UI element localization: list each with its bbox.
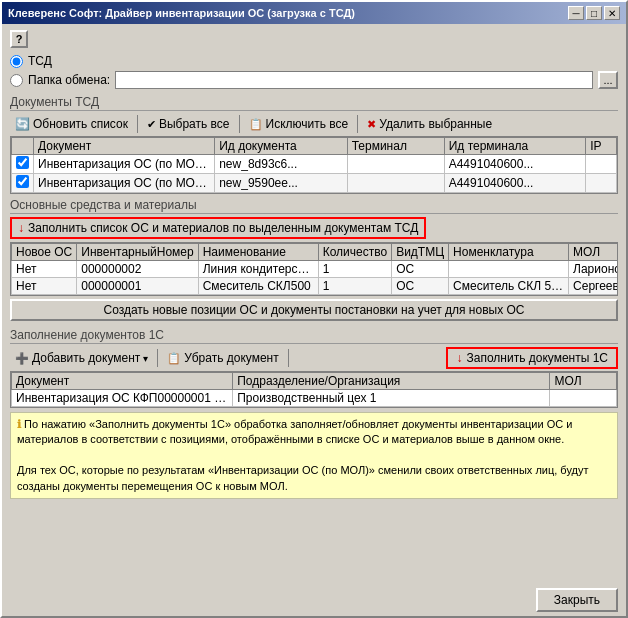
add-doc-label: Добавить документ — [32, 351, 140, 365]
title-buttons: ─ □ ✕ — [568, 6, 620, 20]
row-dept: Производственный цех 1 — [233, 390, 550, 407]
remove-doc-icon: 📋 — [167, 352, 181, 365]
row-id-doc: new_9590ee... — [215, 174, 347, 193]
help-button[interactable]: ? — [10, 30, 28, 48]
row-checkbox[interactable] — [12, 155, 34, 174]
row-nomenclature: Смеситель СКЛ 500 — [449, 278, 569, 295]
os-table: Новое ОС ИнвентарныйНомер Наименование К… — [11, 243, 618, 295]
info-box: ℹ По нажатию «Заполнить документы 1С» об… — [10, 412, 618, 499]
delete-selected-button[interactable]: ✖ Удалить выбранные — [362, 114, 497, 134]
row-nomenclature — [449, 261, 569, 278]
fill-list-icon: ↓ — [18, 221, 24, 235]
row-mol: Ларионова Св — [569, 261, 618, 278]
browse-button[interactable]: ... — [598, 71, 618, 89]
os-section-header: Основные средства и материалы — [10, 198, 618, 214]
tsd-table-row[interactable]: Инвентаризация ОС (по МОЛ) 01/06/05 00:1… — [12, 155, 617, 174]
close-main-button[interactable]: Закрыть — [536, 588, 618, 612]
col-nomenclature: Номенклатура — [449, 244, 569, 261]
add-doc-icon: ➕ — [15, 352, 29, 365]
row-checkbox[interactable] — [12, 174, 34, 193]
col-mol: МОЛ — [569, 244, 618, 261]
info-text: По нажатию «Заполнить документы 1С» обра… — [17, 418, 589, 492]
row-name: Смеситель СКЛ500 — [198, 278, 318, 295]
row-new-os: Нет — [12, 261, 77, 278]
tsd-table-container: Документ Ид документа Терминал Ид термин… — [10, 136, 618, 194]
content-area: ? ТСД Папка обмена: ... Документы ТСД 🔄 … — [2, 24, 626, 584]
select-all-label: Выбрать все — [159, 117, 230, 131]
col-inv-num: ИнвентарныйНомер — [77, 244, 198, 261]
row-type: ОС — [392, 261, 449, 278]
col-new-os: Новое ОС — [12, 244, 77, 261]
col-id-doc: Ид документа — [215, 138, 347, 155]
row-id-terminal: A4491040600... — [444, 155, 586, 174]
col-ip: IP — [586, 138, 617, 155]
docs1c-section: Заполнение документов 1С ➕ Добавить доку… — [10, 328, 618, 408]
minimize-button[interactable]: ─ — [568, 6, 584, 20]
tsd-section-header: Документы ТСД — [10, 95, 618, 111]
fill-os-list-button[interactable]: ↓ Заполнить список ОС и материалов по вы… — [10, 217, 426, 239]
row-document: Инвентаризация ОС (по МОЛ) 01/06/05 00:1… — [34, 174, 215, 193]
row-new-os: Нет — [12, 278, 77, 295]
col-check — [12, 138, 34, 155]
os-section: Основные средства и материалы ↓ Заполнит… — [10, 198, 618, 324]
row-id-doc: new_8d93c6... — [215, 155, 347, 174]
remove-doc-button[interactable]: 📋 Убрать документ — [162, 348, 283, 368]
row-terminal — [347, 155, 444, 174]
col-id-terminal: Ид терминала — [444, 138, 586, 155]
sep1 — [137, 115, 138, 133]
row-type: ОС — [392, 278, 449, 295]
delete-icon: ✖ — [367, 118, 376, 131]
row-mol1c — [550, 390, 617, 407]
folder-radio[interactable] — [10, 74, 23, 87]
docs1c-table: Документ Подразделение/Организация МОЛ И… — [11, 372, 617, 407]
docs1c-table-row[interactable]: Инвентаризация ОС КФП00000001 от 24.03.2… — [12, 390, 617, 407]
fill-docs-label: Заполнить документы 1С — [466, 351, 608, 365]
tsd-table: Документ Ид документа Терминал Ид термин… — [11, 137, 617, 193]
docs1c-section-header: Заполнение документов 1С — [10, 328, 618, 344]
source-radio-group: ТСД Папка обмена: ... — [10, 54, 618, 89]
maximize-button[interactable]: □ — [586, 6, 602, 20]
select-all-button[interactable]: ✔ Выбрать все — [142, 114, 235, 134]
col-type: ВидТМЦ — [392, 244, 449, 261]
main-window: Клеверенс Софт: Драйвер инвентаризации О… — [0, 0, 628, 618]
fill-docs-icon: ↓ — [456, 351, 462, 365]
row-doc1c: Инвентаризация ОС КФП00000001 от 24.03.2… — [12, 390, 233, 407]
fill-os-list-label: Заполнить список ОС и материалов по выде… — [28, 221, 418, 235]
sep2 — [239, 115, 240, 133]
add-doc-arrow: ▾ — [143, 353, 148, 364]
os-table-row[interactable]: Нет 000000002 Линия кондитерская 1 ОС Ла… — [12, 261, 619, 278]
create-new-os-button[interactable]: Создать новые позиции ОС и документы пос… — [10, 299, 618, 321]
refresh-icon: 🔄 — [15, 117, 30, 131]
add-doc-button[interactable]: ➕ Добавить документ ▾ — [10, 348, 153, 368]
tsd-table-row[interactable]: Инвентаризация ОС (по МОЛ) 01/06/05 00:1… — [12, 174, 617, 193]
row-inv-num: 000000001 — [77, 278, 198, 295]
deselect-all-label: Исключить все — [266, 117, 349, 131]
folder-radio-row: Папка обмена: ... — [10, 71, 618, 89]
fill-docs-button[interactable]: ↓ Заполнить документы 1С — [446, 347, 618, 369]
row-document: Инвентаризация ОС (по МОЛ) 01/06/05 00:1… — [34, 155, 215, 174]
tsd-radio[interactable] — [10, 55, 23, 68]
row-name: Линия кондитерская — [198, 261, 318, 278]
folder-path-input[interactable] — [115, 71, 593, 89]
row-ip — [586, 174, 617, 193]
row-qty: 1 — [318, 278, 391, 295]
window-title: Клеверенс Софт: Драйвер инвентаризации О… — [8, 7, 355, 19]
tsd-radio-label: ТСД — [28, 54, 52, 68]
col-doc: Документ — [34, 138, 215, 155]
col-dept: Подразделение/Организация — [233, 373, 550, 390]
sep4 — [157, 349, 158, 367]
tsd-toolbar: 🔄 Обновить список ✔ Выбрать все 📋 Исключ… — [10, 114, 618, 134]
bottom-bar: Закрыть — [2, 584, 626, 616]
sep3 — [357, 115, 358, 133]
folder-radio-label: Папка обмена: — [28, 73, 110, 87]
col-terminal: Терминал — [347, 138, 444, 155]
row-inv-num: 000000002 — [77, 261, 198, 278]
deselect-all-button[interactable]: 📋 Исключить все — [244, 114, 354, 134]
refresh-list-button[interactable]: 🔄 Обновить список — [10, 114, 133, 134]
row-terminal — [347, 174, 444, 193]
close-button[interactable]: ✕ — [604, 6, 620, 20]
os-table-container: Новое ОС ИнвентарныйНомер Наименование К… — [10, 242, 618, 296]
sep5 — [288, 349, 289, 367]
title-bar: Клеверенс Софт: Драйвер инвентаризации О… — [2, 2, 626, 24]
os-table-row[interactable]: Нет 000000001 Смеситель СКЛ500 1 ОС Смес… — [12, 278, 619, 295]
